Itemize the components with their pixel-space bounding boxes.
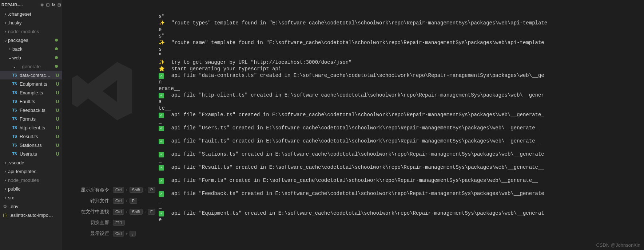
typescript-icon: TS — [12, 134, 19, 138]
chevron-right-icon: › — [3, 20, 8, 25]
item-label: back — [12, 46, 55, 52]
terminal-line: ✓ api file "Equipment.ts" created in E:\… — [159, 210, 643, 216]
check-icon: ✓ — [159, 152, 164, 157]
folder-item[interactable]: ›back — [0, 44, 62, 53]
item-label: Result.ts — [20, 134, 55, 139]
file-item[interactable]: TSStations.tsU — [0, 141, 62, 149]
terminal-text: "route types" template found in "E:\soft… — [165, 20, 547, 26]
file-item[interactable]: { }.eslintrc-auto-impo… — [0, 211, 62, 219]
check-icon: ✓ — [159, 211, 164, 216]
item-label: http-client.ts — [20, 125, 55, 130]
check-icon: ✓ — [159, 178, 164, 184]
item-label: .vscode — [8, 160, 60, 165]
key: F — [148, 209, 155, 215]
file-item[interactable]: TSExample.tsU — [0, 88, 62, 97]
chevron-right-icon: › — [3, 187, 8, 191]
item-label: packages — [8, 38, 55, 43]
typescript-icon: TS — [12, 82, 19, 86]
folder-item[interactable]: ›public — [0, 184, 62, 193]
command-label: 切换全屏 — [67, 219, 109, 226]
folder-item[interactable]: ›src — [0, 193, 62, 202]
new-folder-icon[interactable]: ⊡ — [46, 3, 50, 7]
terminal-line: ✨ "route types" template found in "E:\so… — [159, 20, 643, 26]
git-status-badge: U — [55, 81, 60, 87]
explorer-sidebar[interactable]: REPAIR-… ⊕ ⊡ ↻ ⊟ ›.changeset›.husky›node… — [0, 0, 63, 250]
terminal-line: te__ — [159, 105, 643, 112]
command-hint: 转到文件Ctrl+P — [63, 195, 157, 206]
typescript-icon: TS — [12, 99, 19, 103]
terminal-text: start generating your typescript api — [165, 66, 281, 72]
folder-item[interactable]: ⌄__generate__ — [0, 62, 62, 71]
terminal-line: erate__ — [159, 85, 643, 92]
keybinding: F11 — [113, 220, 153, 226]
file-item[interactable]: TSFeedback.tsU — [0, 106, 62, 114]
terminal-text: try to get swagger by URL "http://localh… — [165, 59, 351, 66]
chevron-down-icon: ⌄ — [12, 64, 17, 69]
item-label: public — [8, 186, 60, 192]
git-status-badge: U — [55, 90, 60, 95]
key: , — [130, 231, 136, 237]
terminal-line: _ — [159, 203, 643, 210]
folder-item[interactable]: ›.husky — [0, 18, 62, 27]
terminal-line: _ — [159, 157, 643, 164]
terminal-line — [159, 171, 643, 177]
new-file-icon[interactable]: ⊕ — [40, 3, 44, 7]
command-hint: 在文件中查找Ctrl+Shift+F — [63, 206, 157, 217]
explorer-header: REPAIR-… ⊕ ⊡ ↻ ⊟ — [0, 0, 62, 9]
folder-item[interactable]: ›.vscode — [0, 158, 62, 167]
check-icon: ✓ — [159, 73, 164, 79]
chevron-right-icon: › — [3, 195, 8, 200]
item-label: .husky — [8, 20, 60, 26]
key: P — [148, 187, 155, 193]
file-item[interactable]: TSFault.tsU — [0, 97, 62, 106]
chevron-down-icon: ⌄ — [3, 38, 8, 43]
git-status-badge: U — [55, 125, 60, 130]
keybinding: Ctrl+Shift+F — [113, 209, 153, 215]
refresh-icon[interactable]: ↻ — [52, 3, 55, 7]
keybinding: Ctrl+, — [113, 231, 153, 237]
file-item[interactable]: TSResult.tsU — [0, 132, 62, 141]
star-icon: ⭐ — [159, 66, 165, 72]
terminal-line: ✓ api file "Feedback.ts" created in E:\s… — [159, 190, 643, 197]
folder-item[interactable]: ›api-templates — [0, 167, 62, 176]
collapse-icon[interactable]: ⊟ — [57, 3, 61, 7]
file-item[interactable]: ⚙.env — [0, 202, 62, 211]
folder-item[interactable]: ⌄web — [0, 53, 62, 62]
check-icon: ✓ — [159, 165, 164, 171]
folder-item[interactable]: ›node_modules — [0, 176, 62, 184]
chevron-right-icon: › — [7, 47, 12, 51]
file-tree[interactable]: ›.changeset›.husky›node_modules⌄packages… — [0, 9, 62, 219]
terminal-line: ⭐ start generating your typescript api — [159, 66, 643, 72]
folder-item[interactable]: ›node_modules — [0, 27, 62, 36]
terminal-line: ✓ api file "http-client.ts" created in E… — [159, 92, 643, 98]
watermark-text: CSDN @JohnsonXin — [596, 242, 640, 249]
typescript-icon: TS — [12, 73, 19, 77]
command-hint: 切换全屏F11 — [63, 217, 157, 228]
key: Shift — [130, 187, 143, 193]
file-item[interactable]: TSUsers.tsU — [0, 149, 62, 158]
command-label: 在文件中查找 — [67, 208, 109, 215]
check-icon: ✓ — [159, 126, 164, 131]
git-status-badge: U — [55, 151, 60, 157]
terminal-text: api file "Equipment.ts" created in E:\so… — [165, 210, 544, 216]
terminal-output[interactable]: s"✨ "route types" template found in "E:\… — [157, 0, 644, 250]
key: Ctrl — [113, 198, 124, 204]
file-item[interactable]: TSdata-contrac…U — [0, 71, 62, 79]
terminal-line: e — [159, 26, 643, 33]
file-item[interactable]: TSEquipment.tsU — [0, 79, 62, 88]
terminal-line: ✨ try to get swagger by URL "http://loca… — [159, 59, 643, 66]
terminal-line: _ — [159, 118, 643, 125]
terminal-text: api file "Result.ts" created in E:\softw… — [165, 164, 544, 171]
file-item[interactable]: TShttp-client.tsU — [0, 123, 62, 132]
terminal-text: api file "Form.ts" created in E:\softwar… — [165, 177, 538, 184]
folder-item[interactable]: ⌄packages — [0, 36, 62, 44]
terminal-line: s" — [159, 13, 643, 20]
git-status-badge: U — [55, 116, 60, 122]
vscode-watermark-icon — [66, 55, 139, 128]
item-label: Equipment.ts — [20, 81, 55, 87]
file-item[interactable]: TSForm.tsU — [0, 114, 62, 123]
typescript-icon: TS — [12, 91, 19, 95]
terminal-line: ✓ api file "Fault.ts" created in E:\soft… — [159, 138, 643, 144]
folder-item[interactable]: ›.changeset — [0, 9, 62, 18]
terminal-line: ✓ api file "Example.ts" created in E:\so… — [159, 112, 643, 118]
